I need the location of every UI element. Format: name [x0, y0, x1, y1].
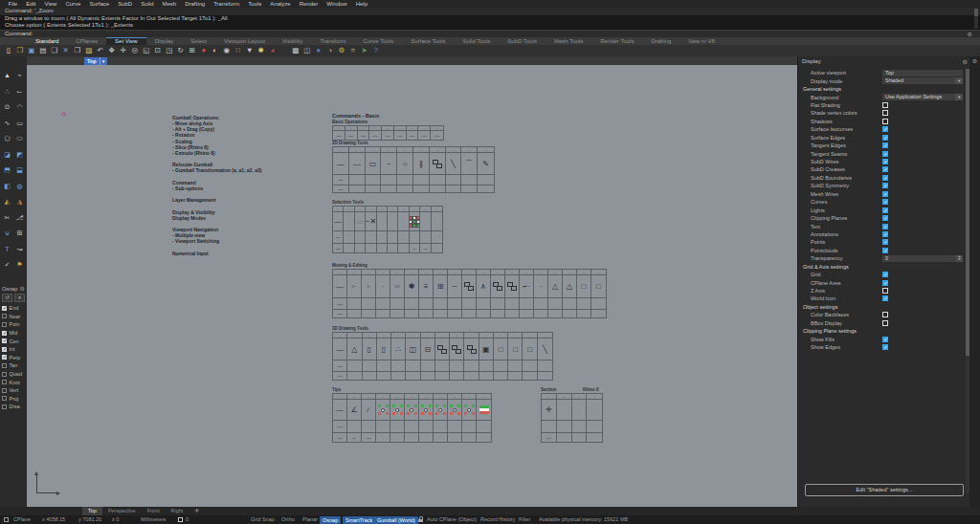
- command-scrollbar[interactable]: [974, 9, 978, 29]
- toolbar-tab-render-tools[interactable]: Render Tools: [591, 37, 642, 46]
- toolbar-tab-mesh-tools[interactable]: Mesh Tools: [546, 37, 591, 46]
- checkbox-surface-edges[interactable]: ✓: [882, 135, 888, 141]
- menu-transform[interactable]: Transform: [210, 0, 244, 8]
- select-circle-icon[interactable]: ◉: [221, 46, 233, 55]
- filter-toggle[interactable]: Filter: [519, 515, 530, 524]
- zoom-extents-icon[interactable]: ⊡: [152, 46, 164, 55]
- spinner-transparency[interactable]: 0▲▼: [882, 255, 963, 262]
- rectangle-icon[interactable]: ▭: [14, 118, 25, 128]
- material-icon[interactable]: ◕: [267, 46, 278, 55]
- arc-icon[interactable]: ◠: [14, 101, 25, 112]
- viewport-tab-top[interactable]: Top: [82, 507, 102, 515]
- osnap-checkbox[interactable]: [2, 396, 7, 401]
- block-icon[interactable]: ◫: [301, 46, 313, 55]
- checkbox-cplane-axes[interactable]: ✓: [882, 280, 888, 286]
- osnap-item-cen[interactable]: ✓Cen: [0, 337, 27, 345]
- checkbox-subd-creases[interactable]: ✓: [882, 166, 888, 172]
- menu-edit[interactable]: Edit: [22, 0, 40, 8]
- toolbar-tab-display[interactable]: Display: [146, 37, 183, 46]
- toolbar-tab-surface-tools[interactable]: Surface Tools: [402, 37, 454, 46]
- lasso-icon[interactable]: ⌁: [14, 70, 25, 80]
- viewport-tab-perspective[interactable]: Perspective: [102, 507, 142, 515]
- menu-render[interactable]: Render: [295, 0, 323, 8]
- checkbox-z-axis[interactable]: [882, 288, 888, 294]
- osnap-item-quad[interactable]: Quad: [0, 370, 27, 379]
- circle-icon[interactable]: ⊙: [2, 101, 12, 112]
- viewport-menu-arrow-icon[interactable]: ▾: [100, 57, 105, 65]
- point-icon[interactable]: ∴: [2, 86, 12, 97]
- annotate-icon[interactable]: ⚑: [14, 259, 25, 270]
- checkbox-subd-boundaries[interactable]: ✓: [882, 175, 888, 181]
- pin-icon[interactable]: ▼: [244, 46, 256, 55]
- checkbox-world-icon[interactable]: ✓: [882, 295, 888, 301]
- viewport-tab-right[interactable]: Right: [165, 507, 189, 515]
- command-gear-icon[interactable]: ⚙: [968, 31, 972, 37]
- checkbox-color-backfaces[interactable]: [882, 312, 888, 317]
- viewport-title-tab[interactable]: Top ▾: [84, 57, 107, 65]
- command-prompt-input[interactable]: Command:: [0, 30, 980, 37]
- fillet-icon[interactable]: ◮: [14, 196, 25, 207]
- checkbox-subd-symmetry[interactable]: ✓: [882, 183, 888, 188]
- osnap-gear-icon[interactable]: ⚙: [20, 285, 25, 292]
- checkbox-flat-shading[interactable]: [882, 102, 888, 108]
- chevron-down-icon[interactable]: ▾: [955, 77, 963, 84]
- undo-icon[interactable]: ↶: [95, 46, 106, 55]
- new-file-icon[interactable]: ▯: [3, 46, 14, 55]
- checkbox-shadows[interactable]: [882, 119, 888, 124]
- sweep-icon[interactable]: ⬓: [14, 164, 25, 175]
- select-points-icon[interactable]: ∷: [233, 46, 244, 55]
- snapshot-icon[interactable]: ⌗: [347, 46, 359, 55]
- spinner-arrows-icon[interactable]: ▲▼: [956, 255, 963, 262]
- toolbar-tab-set-view[interactable]: Set View: [106, 37, 146, 46]
- toolbar-tab-visibility[interactable]: Visibility: [274, 37, 312, 46]
- toolbar-tab-transform[interactable]: Transform: [311, 37, 354, 46]
- toolbar-grip[interactable]: ·····: [32, 58, 46, 64]
- checkbox-points[interactable]: ✓: [882, 239, 888, 245]
- toolbar-tab-standard[interactable]: Standard: [27, 37, 67, 46]
- strip-gear-icon[interactable]: ⚙: [969, 57, 980, 64]
- checkbox-show-fills[interactable]: ✓: [882, 337, 888, 342]
- gumball-toggle[interactable]: Gumball (World): [374, 516, 418, 524]
- toolbar-tab-subd-tools[interactable]: SubD Tools: [499, 37, 546, 46]
- options-gear-icon[interactable]: ⚙: [336, 46, 347, 55]
- dropdown-display-mode[interactable]: Shaded▾: [882, 77, 963, 84]
- checkbox-curves[interactable]: ✓: [882, 199, 888, 205]
- checkbox-grid[interactable]: ✓: [882, 272, 888, 277]
- paste-icon[interactable]: ▨: [83, 46, 95, 55]
- ortho-toggle[interactable]: Ortho: [281, 515, 295, 524]
- field-active-viewport[interactable]: Top: [882, 70, 963, 76]
- osnap-checkbox[interactable]: [2, 372, 7, 377]
- osnap-checkbox[interactable]: [2, 363, 7, 368]
- viewport-tab-front[interactable]: Front: [142, 507, 166, 515]
- checkbox-clipping-planes[interactable]: ✓: [882, 215, 888, 221]
- osnap-checkbox[interactable]: ✓: [2, 338, 7, 343]
- menu-tools[interactable]: Tools: [244, 0, 266, 8]
- print-icon[interactable]: ▤: [37, 46, 49, 55]
- copy-icon[interactable]: ❐: [72, 46, 83, 55]
- planar-toggle[interactable]: Planar: [302, 515, 318, 524]
- checkbox-text[interactable]: ✓: [882, 224, 888, 229]
- loft-icon[interactable]: ◩: [14, 149, 25, 160]
- osnap-history-button[interactable]: ↺: [2, 294, 12, 302]
- render-sphere-icon[interactable]: ◑: [324, 46, 336, 55]
- layer-color-chip[interactable]: [178, 517, 183, 522]
- light-icon[interactable]: ✺: [256, 46, 267, 55]
- chevron-down-icon[interactable]: ▾: [955, 94, 963, 100]
- menu-view[interactable]: View: [40, 0, 61, 8]
- osnap-checkbox[interactable]: [2, 322, 7, 327]
- osnap-checkbox[interactable]: ✓: [2, 355, 7, 360]
- arrow-icon[interactable]: ➤: [359, 46, 370, 55]
- current-layer[interactable]: 0: [186, 515, 189, 524]
- export-icon[interactable]: ❏: [49, 46, 60, 55]
- checkbox-surface-isocurves[interactable]: ✓: [882, 126, 888, 132]
- rotate-view-icon[interactable]: ↻: [175, 46, 187, 55]
- split-icon[interactable]: ⎇: [14, 212, 25, 223]
- menu-analyze[interactable]: Analyze: [266, 0, 295, 8]
- analyze-icon[interactable]: ✓: [2, 259, 12, 270]
- osnap-item-near[interactable]: Near: [0, 313, 27, 321]
- viewport-layout-icon[interactable]: ⊞: [187, 46, 198, 55]
- checkbox-tangent-seams[interactable]: ✓: [882, 151, 888, 157]
- osnap-item-mid[interactable]: ✓Mid: [0, 329, 27, 338]
- menu-mesh[interactable]: Mesh: [158, 0, 181, 8]
- toolbar-tab-select[interactable]: Select: [182, 37, 215, 46]
